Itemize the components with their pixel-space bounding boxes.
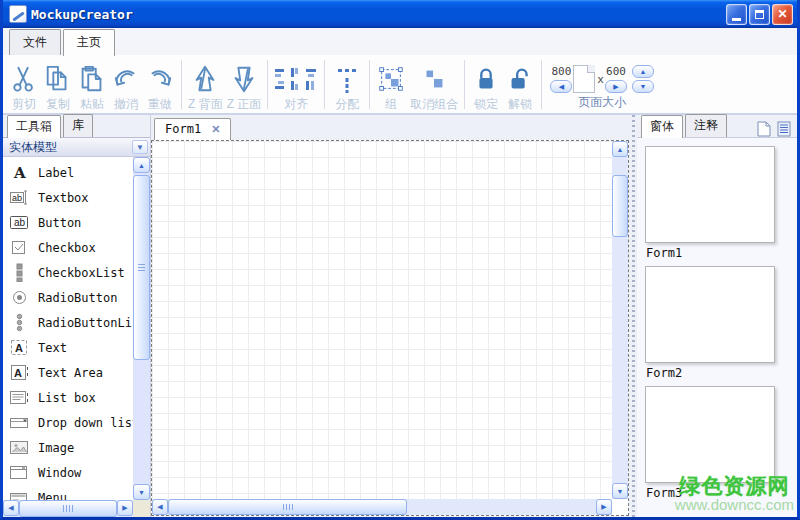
align-button[interactable]: 对齐 (272, 57, 320, 112)
maximize-icon (755, 10, 764, 19)
scrollbar-thumb[interactable] (612, 175, 628, 237)
toolbox-item-listbox[interactable]: List box (3, 385, 133, 410)
align-icon (274, 61, 318, 97)
scroll-right-icon[interactable]: ▶ (596, 499, 612, 515)
close-tab-icon[interactable]: ✕ (211, 124, 220, 135)
form-name: Form1 (646, 246, 797, 260)
toolbox-item-button[interactable]: ab Button (3, 210, 133, 235)
tab-forms[interactable]: 窗体 (641, 115, 683, 138)
align-label: 对齐 (284, 97, 308, 111)
scrollbar-thumb[interactable] (168, 499, 407, 515)
document-tab-row: Form1 ✕ (151, 115, 630, 140)
scroll-left-icon[interactable]: ◀ (3, 500, 19, 516)
close-button[interactable]: ✕ (772, 4, 793, 25)
minimize-button[interactable] (726, 4, 747, 25)
copy-button[interactable]: 复制 (41, 57, 75, 112)
lock-button[interactable]: 锁定 (469, 57, 503, 112)
page-down-button[interactable]: ▼ (632, 80, 654, 93)
form-thumbnail[interactable] (645, 266, 775, 363)
toolbox-item-image[interactable]: Image (3, 435, 133, 460)
svg-text:ab: ab (14, 217, 26, 228)
main-area: 工具箱 库 实体模型 ▼ A Label ab Textbox (3, 115, 797, 517)
maximize-button[interactable] (749, 4, 770, 25)
page-right-button[interactable]: ▶ (605, 80, 627, 93)
cut-label: 剪切 (12, 97, 36, 111)
window-icon (10, 463, 29, 482)
toolbox-item-textarea[interactable]: A Text Area (3, 360, 133, 385)
scroll-left-icon[interactable]: ◀ (152, 499, 168, 515)
design-canvas[interactable]: ▲ ▼ ◀ ▶ (151, 140, 629, 516)
canvas-vertical-scrollbar[interactable]: ▲ ▼ (612, 141, 628, 499)
page-size-label: 页面大小 (578, 94, 626, 111)
scrollbar-thumb[interactable] (19, 500, 117, 517)
arrow-up-icon (190, 61, 220, 97)
form-entry[interactable]: Form1 (637, 146, 797, 260)
toolbox-item-radiobutton[interactable]: RadioButton (3, 285, 133, 310)
scrollbar-thumb[interactable] (133, 175, 150, 360)
page-left-button[interactable]: ◀ (550, 80, 572, 93)
forms-tab-row: 窗体 注释 (637, 115, 797, 137)
toolbox-item-textbox[interactable]: ab Textbox (3, 185, 133, 210)
toolbox-panel: 工具箱 库 实体模型 ▼ A Label ab Textbox (3, 115, 151, 517)
distribute-icon (331, 61, 363, 97)
toolbox-horizontal-scrollbar[interactable]: ◀ ▶ (3, 500, 133, 517)
toolbox-vertical-scrollbar[interactable]: ▲ ▼ (133, 157, 150, 500)
scroll-down-icon[interactable]: ▼ (133, 484, 150, 500)
unlock-button[interactable]: 解锁 (503, 57, 537, 112)
page-height-value[interactable]: 600 (606, 65, 626, 78)
scroll-down-icon[interactable]: ▼ (612, 483, 628, 499)
bring-to-front-button[interactable]: Z 正面 (225, 57, 264, 112)
title-bar[interactable]: MockupCreator ✕ (3, 0, 797, 28)
ribbon-separator (541, 60, 542, 109)
toolbox-item-window[interactable]: Window (3, 460, 133, 485)
form-entry[interactable]: Form2 (637, 266, 797, 380)
tab-library[interactable]: 库 (63, 114, 93, 137)
notes-page-icon[interactable] (777, 120, 793, 137)
send-to-back-button[interactable]: Z 背面 (186, 57, 225, 112)
page-size-group: 800 ◀ x 600 ▶ ▲ ▼ 页面大小 (546, 57, 658, 112)
form-name: Form2 (646, 366, 797, 380)
form-name: Form3 (646, 486, 797, 500)
cut-button[interactable]: 剪切 (7, 57, 41, 112)
redo-button[interactable]: 重做 (143, 57, 177, 112)
toolbox-item-checkboxlist[interactable]: CheckboxList (3, 260, 133, 285)
canvas-horizontal-scrollbar[interactable]: ◀ ▶ (152, 499, 612, 515)
tab-notes[interactable]: 注释 (685, 114, 727, 137)
form-thumbnail[interactable] (645, 146, 775, 243)
ribbon-tab-row: 文件 主页 (3, 28, 797, 55)
undo-button[interactable]: 撤消 (109, 57, 143, 112)
toolbox-tab-row: 工具箱 库 (3, 115, 150, 137)
page-up-button[interactable]: ▲ (632, 65, 654, 78)
toolbox-list: A Label ab Textbox ab Button Checkbox (3, 157, 133, 500)
forms-list: Form1 Form2 Form3 (637, 137, 797, 517)
group-button[interactable]: 组 (374, 57, 408, 112)
paste-button[interactable]: 粘贴 (75, 57, 109, 112)
page-width-value[interactable]: 800 (551, 65, 571, 78)
paste-label: 粘贴 (80, 97, 104, 111)
tab-form1[interactable]: Form1 ✕ (154, 118, 231, 140)
textarea-icon: A (10, 363, 29, 382)
panel-splitter[interactable] (630, 115, 637, 517)
close-icon: ✕ (777, 8, 787, 20)
scroll-up-icon[interactable]: ▲ (133, 157, 150, 173)
form-entry[interactable]: Form3 (637, 386, 797, 500)
toolbox-item-dropdownlist[interactable]: Drop down list (3, 410, 133, 435)
toolbox-item-radiobuttonlist[interactable]: RadioButtonList (3, 310, 133, 335)
new-page-icon[interactable] (757, 120, 773, 137)
toolbox-item-menu[interactable]: Menu (3, 485, 133, 500)
chevron-down-icon[interactable]: ▼ (132, 140, 148, 154)
toolbox-item-label[interactable]: A Label (3, 160, 133, 185)
toolbox-category-header[interactable]: 实体模型 ▼ (3, 137, 150, 157)
tab-home[interactable]: 主页 (63, 29, 115, 56)
scroll-up-icon[interactable]: ▲ (612, 141, 628, 157)
toolbox-item-checkbox[interactable]: Checkbox (3, 235, 133, 260)
tab-toolbox[interactable]: 工具箱 (7, 115, 61, 138)
ungroup-label: 取消组合 (410, 97, 458, 111)
tab-file[interactable]: 文件 (9, 29, 61, 55)
toolbox-item-text[interactable]: A Text (3, 335, 133, 360)
form-thumbnail[interactable] (645, 386, 775, 483)
canvas-grid-surface[interactable] (152, 141, 612, 499)
ungroup-button[interactable]: 取消组合 (408, 57, 460, 112)
scroll-right-icon[interactable]: ▶ (117, 500, 133, 516)
distribute-button[interactable]: 分配 (329, 57, 365, 112)
